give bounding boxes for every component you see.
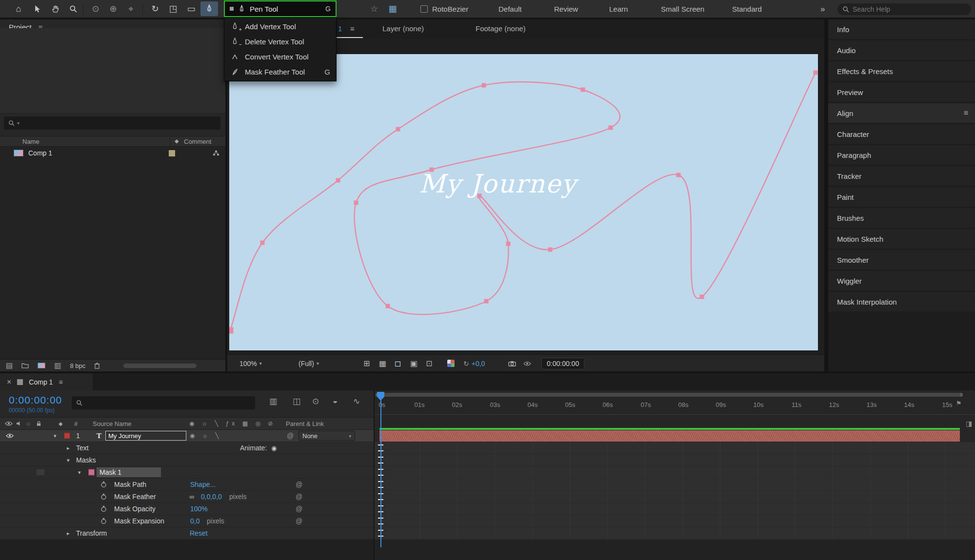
- workspace-standard[interactable]: Standard: [732, 0, 762, 18]
- workspace-default[interactable]: Default: [498, 0, 522, 18]
- chevron-down-icon[interactable]: ▾: [67, 457, 70, 463]
- marker-flag-icon[interactable]: ⚑: [956, 400, 962, 407]
- layer-viewer-tab[interactable]: Layer (none): [382, 24, 424, 33]
- eye-icon[interactable]: [6, 433, 14, 438]
- transform-reset[interactable]: Reset: [190, 529, 208, 537]
- show-snapshot-button[interactable]: [523, 355, 531, 372]
- hand-tool-icon[interactable]: [46, 1, 64, 16]
- viewer-menu-icon[interactable]: ≡: [350, 24, 355, 33]
- selection-tool-icon[interactable]: [28, 1, 46, 16]
- help-search-box[interactable]: [837, 3, 971, 15]
- panel-tab-tracker[interactable]: Tracker: [828, 166, 975, 186]
- layer-expand-chevron-icon[interactable]: ▾: [54, 433, 57, 439]
- workspace-overflow-icon[interactable]: »: [820, 0, 825, 18]
- pickwhip-icon[interactable]: @: [296, 481, 302, 488]
- horizontal-scrollbar[interactable]: [123, 364, 197, 368]
- panel-tab-wiggler[interactable]: Wiggler: [828, 271, 975, 290]
- property-row-mask-expansion[interactable]: Mask Expansion 0,0 pixels @: [0, 515, 374, 527]
- panel-tab-effects-presets[interactable]: Effects & Presets: [828, 61, 975, 81]
- dolly-camera-tool-icon[interactable]: ⌖: [122, 1, 139, 16]
- stopwatch-icon[interactable]: [100, 506, 107, 512]
- pan-camera-tool-icon[interactable]: ⊕: [104, 1, 122, 16]
- transparency-grid-icon[interactable]: ▣: [410, 355, 418, 372]
- exposure-control[interactable]: ↻ +0,0: [463, 355, 485, 372]
- pixel-aspect-icon[interactable]: ⊡: [426, 355, 432, 372]
- trash-icon[interactable]: [94, 362, 100, 369]
- pen-tool-icon[interactable]: [200, 1, 218, 16]
- panel-tab-motion-sketch[interactable]: Motion Sketch: [828, 229, 975, 249]
- stopwatch-icon[interactable]: [100, 482, 107, 488]
- new-composition-icon[interactable]: [38, 363, 45, 368]
- layer-name-edit-box[interactable]: My Journey: [105, 431, 186, 441]
- stopwatch-icon[interactable]: [100, 518, 107, 524]
- panel-tab-align[interactable]: Align ≡: [828, 103, 975, 123]
- menu-item-mask-feather-tool[interactable]: Mask Feather Tool G: [224, 64, 336, 79]
- snap-grid-icon[interactable]: ▦: [384, 1, 401, 16]
- mask-star-icon[interactable]: ☆: [365, 1, 383, 16]
- stopwatch-icon[interactable]: [100, 494, 107, 500]
- draft-3d-icon[interactable]: ◫: [293, 396, 300, 406]
- source-name-column-label[interactable]: Source Name: [93, 420, 131, 427]
- time-ruler[interactable]: 0s 01s 02s 03s 04s 05s 06s 07s 08s 09s 1…: [375, 397, 975, 415]
- rotobezier-checkbox[interactable]: [420, 5, 428, 13]
- folder-icon[interactable]: [21, 363, 29, 368]
- mask-opacity-value[interactable]: 100%: [190, 505, 208, 513]
- rotate-tool-icon[interactable]: ↻: [146, 1, 164, 16]
- region-of-interest-icon[interactable]: ◻: [395, 355, 401, 372]
- pickwhip-icon[interactable]: @: [296, 505, 302, 513]
- footage-viewer-tab[interactable]: Footage (none): [476, 24, 526, 33]
- panel-tab-audio[interactable]: Audio: [828, 40, 975, 60]
- panel-tab-paint[interactable]: Paint: [828, 187, 975, 207]
- parent-link-dropdown[interactable]: None ▾: [298, 431, 355, 441]
- panel-tab-mask-interpolation[interactable]: Mask Interpolation: [828, 292, 975, 311]
- mask-expansion-value[interactable]: 0,0: [190, 517, 199, 525]
- layer-row[interactable]: ▾ 1 T My Journey ◉ ☼ ╲ @ None ▾: [0, 430, 374, 442]
- item-name[interactable]: Comp 1: [28, 149, 52, 157]
- workspace-learn[interactable]: Learn: [609, 0, 628, 18]
- pickwhip-icon[interactable]: @: [296, 517, 302, 525]
- help-search-input[interactable]: [853, 5, 960, 13]
- property-row-mask-path[interactable]: Mask Path Shape... @: [0, 479, 374, 491]
- orbit-camera-tool-icon[interactable]: ⊙: [87, 1, 104, 16]
- mask-path-value[interactable]: Shape...: [190, 481, 216, 488]
- comp-canvas[interactable]: My Journey: [229, 54, 818, 350]
- layer-duration-bar[interactable]: [379, 430, 960, 442]
- panel-tab-preview[interactable]: Preview: [828, 82, 975, 102]
- column-name[interactable]: Name: [22, 138, 40, 145]
- property-row-masks[interactable]: ▾ Masks: [0, 454, 374, 466]
- track-rows-area[interactable]: [375, 442, 975, 540]
- panel-tab-character[interactable]: Character: [828, 124, 975, 144]
- parent-link-column-label[interactable]: Parent & Link: [286, 420, 324, 427]
- bit-depth-label[interactable]: 8 bpc: [70, 362, 85, 369]
- workspace-small-screen[interactable]: Small Screen: [661, 0, 704, 18]
- close-icon[interactable]: ×: [7, 378, 11, 386]
- motion-blur-icon[interactable]: ◒: [333, 396, 338, 406]
- mask-mode-box[interactable]: [36, 469, 45, 476]
- magnification-dropdown[interactable]: 100%▾: [239, 355, 262, 372]
- link-dimensions-icon[interactable]: ∞: [189, 493, 194, 501]
- graph-editor-icon[interactable]: ∿: [353, 396, 360, 406]
- chevron-right-icon[interactable]: ▸: [67, 530, 70, 537]
- shape-tool-icon[interactable]: ▭: [182, 1, 200, 16]
- menu-item-add-vertex-tool[interactable]: + Add Vertex Tool: [224, 19, 336, 34]
- choose-grid-icon[interactable]: ⊞: [363, 355, 370, 372]
- preview-timecode[interactable]: 0:00:00:00: [541, 355, 584, 372]
- mask-path-canvas[interactable]: [229, 54, 818, 350]
- thumb-view-icon[interactable]: ▥: [54, 361, 61, 370]
- channel-button[interactable]: [447, 355, 455, 372]
- list-view-icon[interactable]: ▤: [6, 361, 13, 370]
- mask-color-swatch[interactable]: [88, 469, 95, 476]
- property-row-mask-feather[interactable]: Mask Feather ∞ 0,0,0,0 pixels @: [0, 491, 374, 503]
- project-item-comp1[interactable]: Comp 1: [0, 148, 225, 159]
- pickwhip-icon[interactable]: @: [296, 493, 302, 501]
- composition-tab-label[interactable]: 1: [338, 24, 342, 33]
- mask-name-selected[interactable]: Mask 1: [97, 467, 161, 477]
- project-column-headers[interactable]: Name ◆ Comment: [0, 136, 225, 147]
- label-color-swatch[interactable]: [169, 150, 175, 156]
- pen-tool-selected-item[interactable]: Pen Tool G: [224, 0, 337, 17]
- timeline-tab-label[interactable]: Comp 1: [29, 378, 53, 386]
- panel-tab-smoother[interactable]: Smoother: [828, 250, 975, 270]
- mask-visibility-icon[interactable]: ▦: [379, 355, 386, 372]
- panel-tab-info[interactable]: Info: [828, 19, 975, 39]
- property-row-mask-opacity[interactable]: Mask Opacity 100% @: [0, 503, 374, 515]
